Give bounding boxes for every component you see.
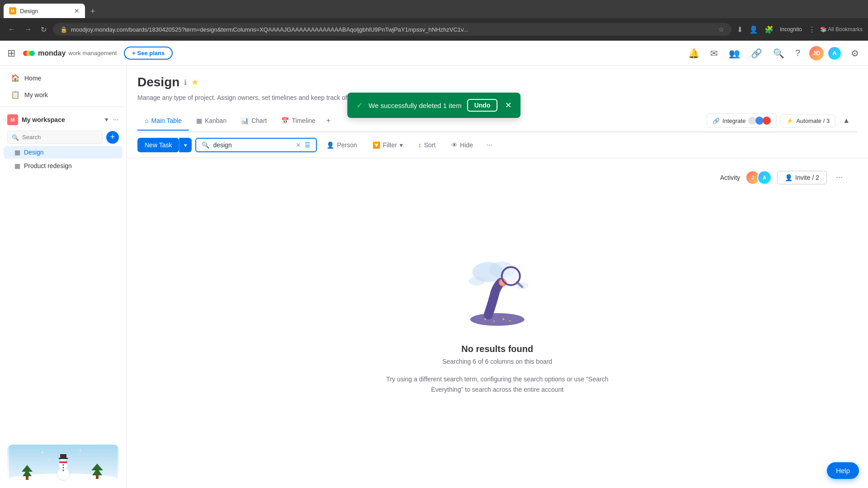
- tab-close-icon[interactable]: ✕: [74, 7, 80, 14]
- sidebar-item-mywork[interactable]: 📋 My work: [4, 87, 123, 103]
- tab-kanban[interactable]: ▦ Kanban: [189, 112, 234, 131]
- hide-icon: 👁: [451, 141, 458, 149]
- monday-logo-icon: [23, 47, 35, 60]
- empty-state: ★ ★ ★ ★ No results found: [127, 158, 868, 488]
- browser-tab[interactable]: M Design ✕: [4, 4, 85, 18]
- search-header-icon[interactable]: 🔍: [773, 48, 784, 59]
- svg-rect-7: [26, 476, 28, 480]
- tab-kanban-label: Kanban: [205, 117, 226, 124]
- new-task-button[interactable]: New Task: [137, 138, 179, 152]
- snowman-illustration: ❄ ❄ ❄: [7, 445, 119, 481]
- integrations-icon[interactable]: 🔗: [751, 48, 762, 59]
- board-icon-product: ▦: [14, 162, 20, 169]
- settings-icon[interactable]: ⚙: [851, 48, 859, 59]
- svg-text:❄: ❄: [41, 450, 44, 455]
- main-content: Activity J A 👤 Invite / 2 ··· Design: [127, 66, 868, 488]
- add-view-button[interactable]: +: [323, 111, 334, 130]
- tab-main-table[interactable]: ⌂ Main Table: [137, 112, 189, 131]
- integrate-icon: 🔗: [712, 117, 720, 124]
- toolbar-more-button[interactable]: ···: [482, 138, 495, 152]
- sidebar-add-button[interactable]: +: [106, 131, 119, 144]
- integrate-button[interactable]: 🔗 Integrate: [707, 113, 777, 128]
- app-header: ⊞ monday work management + See plans 🔔 ✉…: [0, 41, 868, 66]
- app-body: 🏠 Home 📋 My work M My workspace ▼ ··· 🔍: [0, 66, 868, 488]
- help-button[interactable]: Help: [827, 462, 859, 479]
- search-box-icon: 🔍: [202, 141, 209, 149]
- filter-chevron: ▾: [400, 141, 403, 149]
- user-avatar[interactable]: JD: [809, 46, 824, 61]
- svg-text:❄: ❄: [47, 458, 49, 461]
- invite-button[interactable]: 👤 Invite / 2: [777, 171, 827, 184]
- incognito-label: Incognito: [778, 24, 804, 34]
- new-task-group: New Task ▾: [137, 138, 192, 152]
- info-icon[interactable]: ℹ: [184, 78, 187, 87]
- sort-button[interactable]: ↕ Sort: [412, 138, 442, 152]
- address-bar[interactable]: 🔒 moodjoy.monday.com/boards/1830420525?t…: [53, 23, 731, 36]
- svg-text:❄: ❄: [79, 449, 81, 452]
- tabs-right-actions: 🔗 Integrate ⚡ Automate / 3: [703, 110, 857, 131]
- sidebar-item-design[interactable]: ▦ Design: [4, 146, 123, 159]
- collapse-button[interactable]: ▲: [839, 114, 854, 127]
- more-options-button[interactable]: ···: [832, 170, 846, 185]
- notifications-icon[interactable]: 🔔: [688, 48, 699, 59]
- activity-label: Activity: [720, 174, 740, 181]
- new-task-dropdown-button[interactable]: ▾: [179, 138, 192, 152]
- search-box: 🔍 ✕ ☰: [195, 138, 317, 152]
- apps-grid-icon[interactable]: ⊞: [7, 47, 15, 59]
- svg-point-21: [62, 470, 64, 471]
- monday-logo: monday work management: [23, 47, 117, 60]
- browser-chrome: M Design ✕ + ← → ↻ 🔒 moodjoy.monday.com/…: [0, 0, 868, 41]
- user-avatar-2[interactable]: A: [827, 46, 842, 61]
- tab-timeline[interactable]: 📅 Timeline: [274, 112, 322, 131]
- automate-button[interactable]: ⚡ Automate / 3: [780, 114, 835, 127]
- person-filter-button[interactable]: 👤 Person: [321, 138, 363, 152]
- svg-point-20: [62, 467, 64, 469]
- sidebar-search-icon: 🔍: [12, 134, 19, 141]
- empty-state-subtitle: Searching 6 of 6 columns on this board: [443, 358, 552, 365]
- browser-nav-icons: ⬇ 👤 🧩 Incognito ⋮ 📚 All Bookmarks: [735, 23, 863, 36]
- extensions-icon[interactable]: 🧩: [763, 23, 775, 36]
- tab-chart[interactable]: 📊 Chart: [234, 112, 274, 131]
- profile-icon[interactable]: 👤: [747, 23, 760, 36]
- new-tab-button[interactable]: +: [87, 5, 99, 18]
- tab-timeline-label: Timeline: [292, 117, 315, 124]
- sidebar-item-home[interactable]: 🏠 Home: [4, 70, 123, 86]
- see-plans-button[interactable]: + See plans: [124, 47, 173, 60]
- activity-avatar-2: A: [757, 170, 772, 185]
- workspace-menu-icon[interactable]: ···: [113, 116, 119, 124]
- download-icon[interactable]: ⬇: [735, 23, 745, 36]
- svg-text:★: ★: [493, 320, 495, 323]
- search-filter-icon[interactable]: ☰: [305, 141, 311, 149]
- sidebar-search-input[interactable]: [7, 131, 103, 144]
- people-icon[interactable]: 👥: [729, 48, 740, 59]
- bookmark-icon[interactable]: ☆: [718, 26, 724, 33]
- svg-point-38: [516, 282, 528, 289]
- filter-button[interactable]: 🔽 Filter ▾: [367, 138, 409, 152]
- sidebar-item-product-redesign[interactable]: ▦ Product redesign: [4, 160, 123, 172]
- monday-logo-text: monday: [38, 49, 66, 57]
- svg-point-2: [29, 51, 35, 56]
- inbox-icon[interactable]: ✉: [710, 48, 718, 59]
- page-title: Design: [137, 75, 179, 89]
- snowman-svg: ❄ ❄ ❄: [9, 445, 118, 481]
- undo-button[interactable]: Undo: [467, 99, 498, 112]
- back-button[interactable]: ←: [5, 23, 18, 35]
- forward-button[interactable]: →: [22, 23, 34, 35]
- workspace-chevron-icon: ▼: [104, 117, 109, 123]
- search-clear-icon[interactable]: ✕: [296, 141, 301, 149]
- hide-button[interactable]: 👁 Hide: [445, 138, 479, 152]
- menu-icon[interactable]: ⋮: [807, 23, 817, 36]
- search-box-input[interactable]: [213, 141, 292, 149]
- workspace-header[interactable]: M My workspace ▼ ···: [0, 111, 126, 129]
- toast-close-button[interactable]: ✕: [505, 100, 512, 110]
- tab-main-table-label: Main Table: [151, 117, 181, 124]
- sidebar-mywork-label: My work: [24, 91, 48, 99]
- svg-rect-18: [59, 458, 68, 459]
- svg-rect-22: [59, 461, 67, 463]
- star-icon[interactable]: ★: [191, 77, 198, 87]
- person-icon: 👤: [326, 141, 334, 149]
- empty-state-title: No results found: [462, 344, 533, 354]
- help-icon[interactable]: ?: [795, 48, 800, 58]
- empty-state-description: Try using a different search term, confi…: [384, 374, 610, 394]
- reload-button[interactable]: ↻: [38, 23, 49, 36]
